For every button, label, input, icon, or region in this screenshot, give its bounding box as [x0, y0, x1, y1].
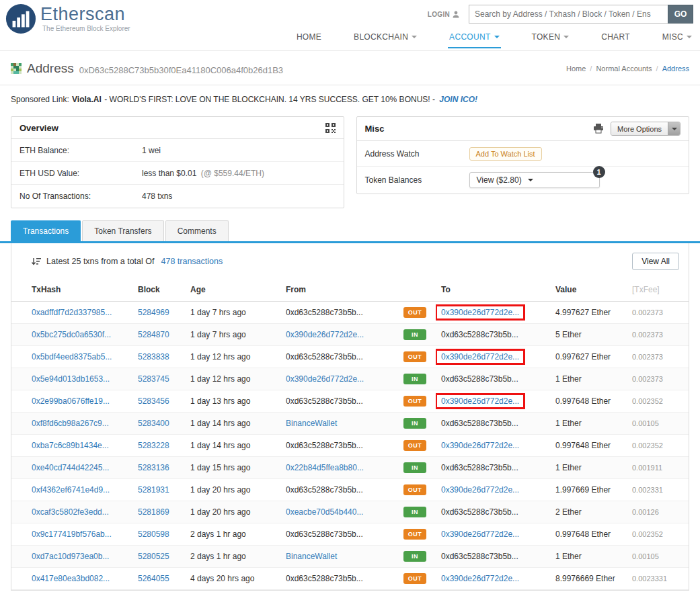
- block-link[interactable]: 5280525: [138, 552, 169, 561]
- nav-item-account[interactable]: ACCOUNT: [448, 30, 500, 48]
- to-address[interactable]: 0x390de26d772d2e...: [441, 485, 519, 495]
- token-balances-row: Token Balances View ($2.80) 1: [357, 167, 689, 194]
- txhash-link[interactable]: 0x2e99ba0676ffe19...: [32, 396, 110, 406]
- value-text: 0.997648 Ether: [555, 529, 611, 539]
- to-address[interactable]: 0x390de26d772d2e...: [441, 352, 519, 362]
- txhash-link[interactable]: 0x5bc275dc0a6530f...: [32, 330, 111, 339]
- block-link[interactable]: 5283838: [138, 352, 169, 362]
- to-address: 0xd63c5288c73b5b...: [441, 552, 518, 561]
- txhash-link[interactable]: 0x5bdf4eed8375ab5...: [32, 352, 112, 362]
- sponsored-cta-link[interactable]: JOIN ICO!: [439, 95, 477, 104]
- nav-item-misc[interactable]: MISC: [661, 30, 693, 48]
- overview-row: ETH Balance:1 wei: [11, 139, 344, 162]
- token-balances-dropdown[interactable]: View ($2.80) 1: [469, 172, 600, 188]
- go-button[interactable]: GO: [668, 5, 693, 24]
- nav-item-blockchain[interactable]: BLOCKCHAIN: [352, 30, 418, 48]
- txhash-link[interactable]: 0xf8fd6cb98a267c9...: [32, 419, 109, 428]
- from-address[interactable]: 0x390de26d772d2e...: [286, 374, 364, 384]
- qrcode-icon[interactable]: [325, 123, 336, 133]
- txhash-link[interactable]: 0x5e94d013db1653...: [32, 374, 110, 384]
- chevron-down-icon: [412, 36, 417, 38]
- txhash-link[interactable]: 0xe40cd744d42245...: [32, 463, 109, 472]
- age-text: 1 day 15 hrs ago: [190, 463, 250, 472]
- search-input[interactable]: [469, 5, 668, 24]
- nav-item-label: BLOCKCHAIN: [354, 32, 408, 42]
- to-address: 0xd63c5288c73b5b...: [441, 419, 518, 428]
- nav-item-home[interactable]: HOME: [295, 30, 323, 48]
- main-nav: HOMEBLOCKCHAINACCOUNTTOKENCHARTMISC: [266, 30, 693, 48]
- tab-comments[interactable]: Comments: [165, 220, 229, 241]
- page-title: Address: [27, 61, 74, 76]
- block-link[interactable]: 5281931: [138, 485, 169, 495]
- more-options-button[interactable]: More Options: [611, 122, 680, 136]
- more-options-caret[interactable]: [668, 122, 680, 135]
- breadcrumb-address: Address: [662, 65, 689, 73]
- out-badge: OUT: [403, 484, 426, 495]
- block-link[interactable]: 5283745: [138, 374, 169, 384]
- txhash-link[interactable]: 0xba7c6c89b1434e...: [32, 441, 109, 450]
- overview-panel: Overview ETH Balance:1 weiETH USD Value:…: [11, 116, 344, 208]
- block-link[interactable]: 5281869: [138, 507, 169, 517]
- txhash-link[interactable]: 0xd7ac10d973ea0b...: [32, 552, 109, 561]
- to-address[interactable]: 0x390de26d772d2e...: [441, 574, 519, 583]
- in-badge: IN: [403, 329, 426, 340]
- block-link[interactable]: 5280598: [138, 529, 169, 539]
- overview-row-note: (@ $559.44/ETH): [198, 169, 264, 178]
- token-balances-value: View ($2.80): [477, 175, 522, 185]
- nav-item-token[interactable]: TOKEN: [531, 30, 571, 48]
- overview-rows: ETH Balance:1 weiETH USD Value:less than…: [11, 139, 344, 208]
- block-link[interactable]: 5283400: [138, 419, 169, 428]
- to-address[interactable]: 0x390de26d772d2e...: [441, 308, 519, 317]
- view-all-button[interactable]: View All: [632, 253, 679, 270]
- add-to-watch-list-button[interactable]: Add To Watch List: [469, 147, 542, 161]
- age-text: 1 day 12 hrs ago: [190, 352, 250, 362]
- printer-icon[interactable]: [593, 124, 604, 134]
- tab-transactions[interactable]: Transactions: [11, 220, 81, 241]
- breadcrumb-normal-accounts[interactable]: Normal Accounts: [596, 65, 652, 73]
- value-text: 1 Ether: [555, 419, 582, 428]
- nav-item-chart[interactable]: CHART: [600, 30, 631, 48]
- from-address[interactable]: 0xeacbe70d54b440...: [286, 507, 363, 517]
- etherscan-logo[interactable]: Etherscan The Ethereum Block Explorer: [5, 3, 130, 34]
- address-watch-row: Address Watch Add To Watch List: [357, 141, 689, 167]
- from-address[interactable]: 0x390de26d772d2e...: [286, 330, 364, 339]
- nav-item-label: CHART: [601, 32, 630, 42]
- txhash-link[interactable]: 0xcaf3c5802fe3edd...: [32, 507, 109, 517]
- txhash-link[interactable]: 0x417e80ea3bd082...: [32, 574, 110, 583]
- to-address[interactable]: 0x390de26d772d2e...: [441, 441, 519, 450]
- logo-title: Etherscan: [40, 5, 130, 24]
- block-link[interactable]: 5264055: [138, 574, 169, 583]
- sponsored-brand: Viola.AI: [72, 95, 102, 104]
- value-text: 1 Ether: [555, 552, 582, 561]
- txhash-link[interactable]: 0x9c177419bf576ab...: [32, 529, 112, 539]
- txfee-text: 0.00105: [632, 419, 659, 427]
- age-text: 1 day 20 hrs ago: [190, 485, 250, 495]
- age-text: 1 day 13 hrs ago: [190, 396, 250, 406]
- to-address[interactable]: 0x390de26d772d2e...: [441, 396, 519, 406]
- from-address[interactable]: BinanceWallet: [286, 552, 337, 561]
- from-address[interactable]: 0x22b84d5ffea8b80...: [286, 463, 364, 472]
- from-address[interactable]: BinanceWallet: [286, 419, 337, 428]
- tab-token-transfers[interactable]: Token Transfers: [82, 220, 163, 241]
- txhash-link[interactable]: 0xf4362ef6741e4d9...: [32, 485, 110, 495]
- sort-icon: [32, 257, 41, 266]
- table-row: 0xcaf3c5802fe3edd...52818691 day 20 hrs …: [11, 501, 689, 523]
- from-address: 0xd63c5288c73b5b...: [286, 352, 363, 362]
- block-link[interactable]: 5283136: [138, 463, 169, 472]
- breadcrumb-home[interactable]: Home: [566, 65, 586, 73]
- login-link[interactable]: LOGIN: [428, 11, 459, 18]
- block-link[interactable]: 5284969: [138, 308, 169, 317]
- to-address[interactable]: 0x390de26d772d2e...: [441, 529, 519, 539]
- total-transactions-link[interactable]: 478 transactions: [161, 257, 223, 266]
- age-text: 1 day 7 hrs ago: [190, 330, 246, 339]
- block-link[interactable]: 5283228: [138, 441, 169, 450]
- to-address: 0xd63c5288c73b5b...: [441, 374, 518, 384]
- block-link[interactable]: 5283456: [138, 396, 169, 406]
- overview-row-value: 1 wei: [142, 146, 161, 155]
- token-count-badge: 1: [593, 166, 605, 178]
- col-txfee: [TxFee]: [627, 278, 689, 302]
- block-link[interactable]: 5284870: [138, 330, 169, 339]
- table-row: 0xf8fd6cb98a267c9...52834001 day 14 hrs …: [11, 413, 689, 435]
- out-badge: OUT: [403, 529, 426, 540]
- txhash-link[interactable]: 0xadffdf7d2d337985...: [32, 308, 112, 317]
